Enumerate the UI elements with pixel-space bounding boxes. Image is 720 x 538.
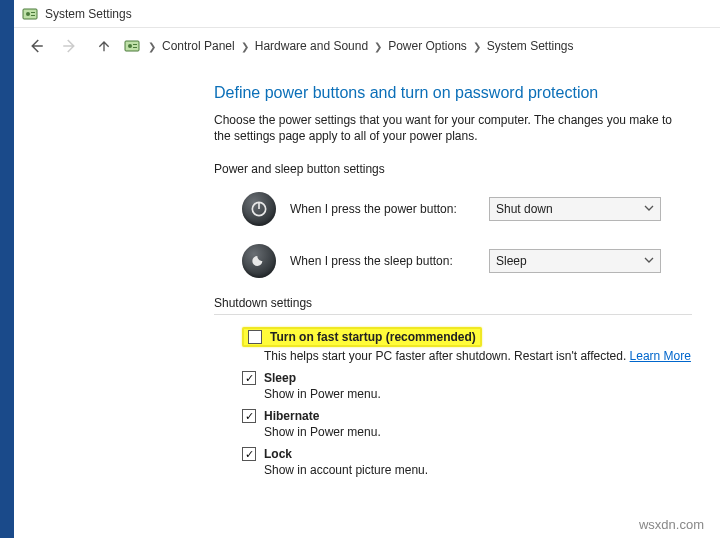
power-button-dropdown[interactable]: Shut down <box>489 197 661 221</box>
sleep-checkbox[interactable]: ✓ <box>242 371 256 385</box>
breadcrumb-item[interactable]: Power Options <box>388 39 467 53</box>
dropdown-value: Sleep <box>496 254 527 268</box>
back-button[interactable] <box>22 32 50 60</box>
lock-label: Lock <box>264 447 292 461</box>
hibernate-checkbox[interactable]: ✓ <box>242 409 256 423</box>
fast-startup-desc: This helps start your PC faster after sh… <box>264 349 692 363</box>
power-button-setting: When I press the power button: Shut down <box>242 192 692 226</box>
hibernate-item: ✓ Hibernate Show in Power menu. <box>242 409 692 439</box>
chevron-right-icon: ❯ <box>146 41 158 52</box>
fast-startup-item: Turn on fast startup (recommended) This … <box>242 327 692 363</box>
sleep-item: ✓ Sleep Show in Power menu. <box>242 371 692 401</box>
breadcrumb-icon <box>124 38 140 54</box>
breadcrumb[interactable]: ❯ Control Panel ❯ Hardware and Sound ❯ P… <box>124 38 712 54</box>
hibernate-desc: Show in Power menu. <box>264 425 692 439</box>
control-panel-icon <box>22 6 38 22</box>
breadcrumb-item[interactable]: System Settings <box>487 39 574 53</box>
shutdown-settings-list: Turn on fast startup (recommended) This … <box>242 327 692 477</box>
watermark: wsxdn.com <box>639 517 704 532</box>
titlebar: System Settings <box>14 0 720 28</box>
sleep-button-setting: When I press the sleep button: Sleep <box>242 244 692 278</box>
up-button[interactable] <box>90 32 118 60</box>
section-power-sleep-label: Power and sleep button settings <box>214 162 692 176</box>
fast-startup-checkbox[interactable] <box>248 330 262 344</box>
breadcrumb-item[interactable]: Hardware and Sound <box>255 39 368 53</box>
sleep-button-label: When I press the sleep button: <box>290 254 475 268</box>
content-area: Define power buttons and turn on passwor… <box>14 64 720 505</box>
power-icon <box>242 192 276 226</box>
learn-more-link[interactable]: Learn More <box>630 349 691 363</box>
navigation-bar: ❯ Control Panel ❯ Hardware and Sound ❯ P… <box>14 28 720 64</box>
breadcrumb-item[interactable]: Control Panel <box>162 39 235 53</box>
chevron-right-icon: ❯ <box>372 41 384 52</box>
svg-rect-3 <box>31 15 35 16</box>
fast-startup-label: Turn on fast startup (recommended) <box>270 330 476 344</box>
forward-button[interactable] <box>56 32 84 60</box>
power-button-label: When I press the power button: <box>290 202 475 216</box>
chevron-down-icon <box>644 254 654 268</box>
app-window: System Settings ❯ Control Panel ❯ Hardwa… <box>14 0 720 538</box>
chevron-right-icon: ❯ <box>471 41 483 52</box>
sleep-label: Sleep <box>264 371 296 385</box>
svg-rect-2 <box>31 12 35 13</box>
page-description: Choose the power settings that you want … <box>214 112 692 144</box>
lock-item: ✓ Lock Show in account picture menu. <box>242 447 692 477</box>
svg-point-5 <box>128 44 132 48</box>
chevron-down-icon <box>644 202 654 216</box>
lock-desc: Show in account picture menu. <box>264 463 692 477</box>
window-left-edge <box>0 0 14 538</box>
section-shutdown-label: Shutdown settings <box>214 296 692 315</box>
arrow-right-icon <box>61 37 79 55</box>
lock-checkbox[interactable]: ✓ <box>242 447 256 461</box>
highlight-annotation: Turn on fast startup (recommended) <box>242 327 482 347</box>
chevron-right-icon: ❯ <box>239 41 251 52</box>
hibernate-label: Hibernate <box>264 409 319 423</box>
arrow-left-icon <box>27 37 45 55</box>
window-title: System Settings <box>45 7 132 21</box>
page-title: Define power buttons and turn on passwor… <box>214 84 692 102</box>
arrow-up-icon <box>96 38 112 54</box>
sleep-icon <box>242 244 276 278</box>
sleep-desc: Show in Power menu. <box>264 387 692 401</box>
svg-rect-7 <box>133 47 137 48</box>
dropdown-value: Shut down <box>496 202 553 216</box>
svg-point-1 <box>26 12 30 16</box>
sleep-button-dropdown[interactable]: Sleep <box>489 249 661 273</box>
svg-rect-6 <box>133 44 137 45</box>
